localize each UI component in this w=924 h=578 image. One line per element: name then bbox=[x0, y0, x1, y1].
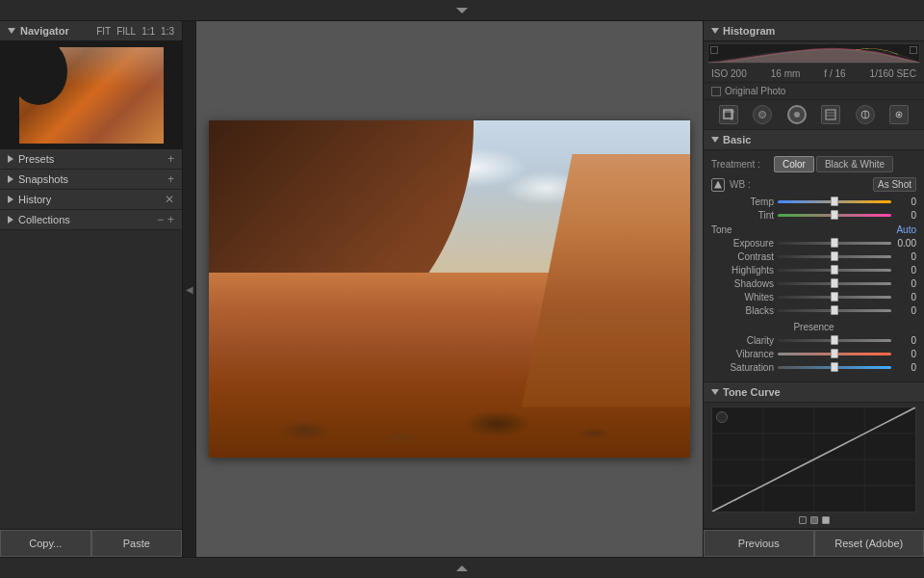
presence-label: Presence bbox=[793, 322, 834, 332]
temp-slider[interactable] bbox=[778, 200, 891, 203]
snapshots-add-icon[interactable]: + bbox=[167, 173, 174, 185]
tint-slider[interactable] bbox=[778, 214, 891, 217]
exif-aperture: f / 16 bbox=[824, 68, 845, 79]
contrast-slider-row: Contrast 0 bbox=[711, 251, 916, 262]
nav-zoom1[interactable]: 1:1 bbox=[141, 26, 155, 37]
tc-highlight-point[interactable] bbox=[822, 516, 830, 524]
tone-curve-title: Tone Curve bbox=[723, 386, 781, 398]
histogram-area bbox=[707, 43, 920, 64]
collections-left: Collections bbox=[8, 214, 70, 225]
snapshots-section[interactable]: Snapshots + bbox=[0, 170, 182, 190]
tone-curve-header[interactable]: Tone Curve bbox=[704, 382, 924, 403]
highlights-value: 0 bbox=[895, 265, 916, 276]
copy-button[interactable]: Copy... bbox=[0, 530, 91, 557]
shadows-label: Shadows bbox=[711, 278, 774, 289]
color-button[interactable]: Color bbox=[774, 156, 814, 172]
tone-curve-point-mode[interactable] bbox=[716, 411, 728, 423]
contrast-thumb bbox=[831, 251, 838, 261]
left-edge-arrow-icon: ◀ bbox=[186, 284, 193, 295]
clarity-slider[interactable] bbox=[778, 339, 891, 342]
exif-shutter: 1/160 SEC bbox=[870, 68, 916, 79]
tint-thumb bbox=[831, 210, 838, 220]
contrast-slider[interactable] bbox=[778, 255, 891, 258]
tool-crop-icon[interactable] bbox=[719, 105, 738, 124]
collections-add-icon[interactable]: + bbox=[167, 214, 174, 225]
tool-camera-icon[interactable] bbox=[889, 105, 909, 124]
left-sections: Presets + Snapshots + bbox=[0, 149, 182, 529]
snapshots-label: Snapshots bbox=[18, 173, 68, 185]
presets-add-icon[interactable]: + bbox=[167, 153, 174, 165]
basic-header-left: Basic bbox=[711, 134, 751, 145]
snapshots-expand-icon bbox=[8, 175, 13, 183]
basic-section-header[interactable]: Basic bbox=[704, 130, 924, 150]
history-clear-icon[interactable]: ✕ bbox=[165, 194, 174, 205]
tc-midtone-point[interactable] bbox=[810, 516, 818, 524]
highlights-slider[interactable] bbox=[778, 269, 891, 272]
navigator-header[interactable]: Navigator FIT FILL 1:1 1:3 bbox=[0, 21, 182, 41]
tool-redeye-icon[interactable] bbox=[787, 105, 807, 124]
whites-slider[interactable] bbox=[778, 296, 891, 299]
collections-section[interactable]: Collections − + bbox=[0, 210, 182, 230]
bw-button[interactable]: Black & White bbox=[816, 156, 893, 172]
history-expand-icon bbox=[8, 196, 13, 203]
vibrance-slider[interactable] bbox=[778, 353, 891, 355]
tone-curve-collapse-icon bbox=[711, 389, 719, 395]
exposure-slider[interactable] bbox=[778, 242, 891, 245]
original-photo-checkbox[interactable] bbox=[711, 87, 721, 96]
previous-button[interactable]: Previous bbox=[704, 530, 814, 557]
tone-curve-graph bbox=[712, 407, 915, 512]
tool-spot-icon[interactable] bbox=[753, 105, 772, 124]
basic-title: Basic bbox=[723, 134, 751, 145]
saturation-value: 0 bbox=[895, 362, 916, 373]
wb-dropdown[interactable]: As Shot bbox=[873, 177, 916, 192]
shadows-slider[interactable] bbox=[778, 282, 891, 285]
navigator-title: Navigator bbox=[20, 25, 69, 37]
nav-fill[interactable]: FILL bbox=[116, 26, 136, 37]
treatment-label: Treatment : bbox=[711, 159, 774, 170]
navigator-thumbnail bbox=[19, 47, 164, 144]
histogram-header[interactable]: Histogram bbox=[704, 21, 924, 41]
saturation-slider[interactable] bbox=[778, 366, 891, 369]
histogram-warning-left[interactable] bbox=[710, 46, 718, 54]
presets-label: Presets bbox=[18, 153, 54, 165]
original-photo-bar: Original Photo bbox=[704, 83, 924, 100]
reset-adobe-button[interactable]: Reset (Adobe) bbox=[814, 530, 925, 557]
collections-minus-icon[interactable]: − bbox=[157, 214, 164, 225]
tone-curve-controls bbox=[704, 516, 924, 524]
center-area bbox=[196, 21, 703, 557]
history-section[interactable]: History ✕ bbox=[0, 190, 182, 210]
nav-fit[interactable]: FIT bbox=[96, 26, 111, 37]
blacks-slider[interactable] bbox=[778, 309, 891, 312]
history-left: History bbox=[8, 194, 51, 205]
paste-button[interactable]: Paste bbox=[91, 530, 183, 557]
right-bottom-buttons: Previous Reset (Adobe) bbox=[704, 529, 924, 557]
collections-expand-icon bbox=[8, 216, 13, 223]
tool-adjustment-icon[interactable] bbox=[856, 105, 875, 124]
tool-graduated-icon[interactable] bbox=[821, 105, 840, 124]
tint-value: 0 bbox=[895, 210, 916, 221]
presets-expand-icon bbox=[8, 155, 13, 163]
exif-bar: ISO 200 16 mm f / 16 1/160 SEC bbox=[704, 66, 924, 83]
histogram-graph bbox=[708, 44, 919, 63]
saturation-slider-row: Saturation 0 bbox=[711, 362, 916, 373]
nav-zoom2[interactable]: 1:3 bbox=[161, 26, 174, 37]
tone-curve-header-left: Tone Curve bbox=[711, 386, 781, 398]
histogram-warning-right[interactable] bbox=[910, 46, 917, 54]
tool-redeye-inner bbox=[794, 112, 800, 118]
histogram-collapse-icon bbox=[711, 28, 719, 34]
presets-section[interactable]: Presets + bbox=[0, 149, 182, 170]
navigator-collapse-icon[interactable] bbox=[8, 28, 15, 34]
vibrance-thumb bbox=[831, 349, 838, 358]
whites-slider-row: Whites 0 bbox=[711, 292, 916, 302]
photo-mesa bbox=[329, 222, 474, 356]
left-panel-collapse[interactable]: ◀ bbox=[183, 21, 196, 557]
auto-button[interactable]: Auto bbox=[896, 224, 916, 235]
vibrance-slider-row: Vibrance 0 bbox=[711, 349, 916, 359]
saturation-thumb bbox=[831, 362, 838, 372]
basic-panel: Treatment : Color Black & White WB : As … bbox=[704, 150, 924, 382]
tone-label: Tone bbox=[711, 224, 732, 235]
tc-shadow-point[interactable] bbox=[799, 516, 807, 524]
clarity-label: Clarity bbox=[711, 335, 774, 346]
wb-eyedropper-icon[interactable] bbox=[711, 178, 725, 192]
exposure-value: 0.00 bbox=[895, 238, 916, 249]
